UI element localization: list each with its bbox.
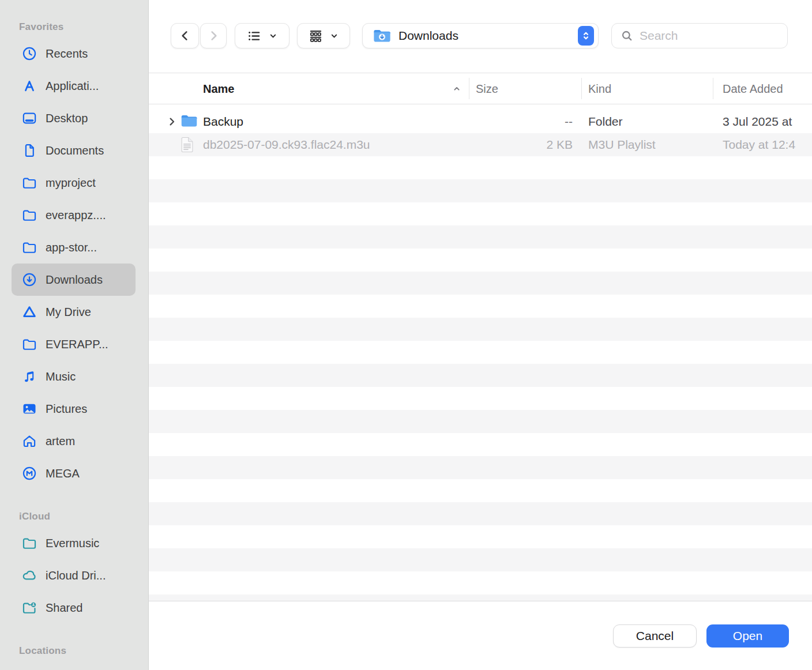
sidebar-item-label: artem <box>46 435 75 448</box>
empty-row <box>149 594 812 601</box>
sidebar-item-myproject[interactable]: myproject <box>12 167 136 199</box>
group-by-dropdown[interactable] <box>297 23 350 48</box>
file-list: Backup--Folder3 Jul 2025 atdb2025-07-09.… <box>149 104 812 601</box>
back-button[interactable] <box>171 23 199 48</box>
empty-row <box>149 433 812 456</box>
chevron-left-icon <box>178 28 193 43</box>
column-divider <box>713 78 713 99</box>
sidebar-item-label: iCloud Dri... <box>46 569 106 582</box>
sidebar-item-pictures[interactable]: Pictures <box>12 393 136 425</box>
sidebar-item-label: Shared <box>46 601 83 615</box>
folder-outline-icon <box>21 239 38 256</box>
forward-button[interactable] <box>200 23 227 48</box>
clock-icon <box>21 45 38 62</box>
empty-row <box>149 525 812 548</box>
chevron-right-icon <box>206 28 221 43</box>
desktop-icon <box>21 110 38 127</box>
sidebar-section-label-locations: Locations <box>19 645 148 657</box>
table-header: Name Size Kind Date Added <box>149 73 812 104</box>
list-bullets-icon <box>246 28 262 44</box>
sidebar-item-label: everappz.... <box>46 209 106 222</box>
dialog-footer: Cancel Open <box>149 601 812 670</box>
empty-row <box>149 410 812 433</box>
column-divider <box>469 78 469 99</box>
sidebar-item-recents[interactable]: Recents <box>12 37 136 70</box>
sidebar-item-mega[interactable]: MEGA <box>12 457 136 490</box>
column-header-date-added[interactable]: Date Added <box>723 73 783 104</box>
folder-outline-icon <box>21 206 38 224</box>
empty-row <box>149 548 812 571</box>
sidebar-item-label: myproject <box>46 176 96 190</box>
view-mode-dropdown[interactable] <box>235 23 290 48</box>
file-name: db2025-07-09.ck93.flac24.m3u <box>203 133 457 156</box>
folder-outline-icon <box>21 336 38 353</box>
photo-icon <box>21 400 38 417</box>
sidebar-item-music[interactable]: Music <box>12 360 136 393</box>
sidebar-item-app-stor[interactable]: app-stor... <box>12 231 136 264</box>
file-kind: M3U Playlist <box>588 133 656 156</box>
current-folder-dropdown[interactable]: Downloads <box>362 23 599 48</box>
file-date-added: Today at 12:4 <box>723 133 812 156</box>
sidebar-item-label: MEGA <box>46 467 80 480</box>
open-button[interactable]: Open <box>706 624 789 648</box>
empty-row <box>149 341 812 364</box>
sidebar-item-artem[interactable]: artem <box>12 425 136 457</box>
column-header-kind[interactable]: Kind <box>588 73 611 104</box>
cancel-button[interactable]: Cancel <box>613 624 697 648</box>
sidebar-item-applicati[interactable]: Applicati... <box>12 70 136 102</box>
empty-row <box>149 202 812 225</box>
sidebar-item-documents[interactable]: Documents <box>12 134 136 167</box>
empty-row <box>149 318 812 341</box>
sidebar-item-label: Desktop <box>46 112 88 125</box>
empty-row <box>149 387 812 410</box>
sidebar-item-icloud-dri[interactable]: iCloud Dri... <box>12 559 136 592</box>
sidebar-item-label: Downloads <box>46 273 103 287</box>
sidebar-item-my-drive[interactable]: My Drive <box>12 296 136 328</box>
toolbar: Downloads <box>149 0 812 73</box>
file-row-backup[interactable]: Backup--Folder3 Jul 2025 at <box>149 110 812 133</box>
sidebar-item-label: app-stor... <box>46 241 97 254</box>
chevron-down-icon <box>268 31 279 42</box>
folder-outline-icon <box>21 535 38 552</box>
empty-row <box>149 156 812 179</box>
downloads-folder-icon <box>373 28 392 44</box>
disclosure-chevron-icon[interactable] <box>165 115 179 129</box>
search-field[interactable] <box>611 23 788 48</box>
document-icon <box>21 142 38 159</box>
empty-row <box>149 179 812 202</box>
file-size: 2 KB <box>469 133 573 156</box>
sidebar-item-shared[interactable]: Shared <box>12 592 136 624</box>
file-row-db2025-07-09-ck93-flac24-m3u[interactable]: db2025-07-09.ck93.flac24.m3u2 KBM3U Play… <box>149 133 812 156</box>
sidebar-item-downloads[interactable]: Downloads <box>12 264 136 296</box>
empty-row <box>149 571 812 594</box>
sidebar-item-evermusic[interactable]: Evermusic <box>12 527 136 559</box>
drive-icon <box>21 303 38 321</box>
sidebar-item-everapp[interactable]: EVERAPP... <box>12 328 136 360</box>
sidebar-item-desktop[interactable]: Desktop <box>12 102 136 134</box>
magnifier-icon <box>620 29 634 43</box>
up-down-chevrons-icon <box>578 26 594 46</box>
sidebar-item-label: Documents <box>46 144 104 157</box>
sidebar-item-label: EVERAPP... <box>46 338 108 351</box>
empty-row <box>149 479 812 502</box>
cloud-icon <box>21 567 38 584</box>
sidebar-item-label: Evermusic <box>46 537 99 550</box>
search-input[interactable] <box>640 29 780 43</box>
file-size: -- <box>469 110 573 133</box>
sidebar: FavoritesRecentsApplicati...DesktopDocum… <box>0 0 149 670</box>
file-kind: Folder <box>588 110 623 133</box>
column-header-name[interactable]: Name <box>203 73 234 104</box>
sidebar-item-label: My Drive <box>46 306 91 319</box>
app-store-icon <box>21 77 38 95</box>
empty-row <box>149 225 812 249</box>
folder-outline-icon <box>21 174 38 191</box>
sidebar-item-label: Applicati... <box>46 80 99 93</box>
column-header-size[interactable]: Size <box>476 73 498 104</box>
list-top-spacer <box>149 104 812 110</box>
mega-icon <box>21 465 38 482</box>
sidebar-item-everappz[interactable]: everappz.... <box>12 199 136 231</box>
sidebar-item-label: Recents <box>46 47 88 61</box>
sort-ascending-icon[interactable] <box>450 82 464 96</box>
folder-icon <box>181 114 198 129</box>
column-divider <box>581 78 582 99</box>
